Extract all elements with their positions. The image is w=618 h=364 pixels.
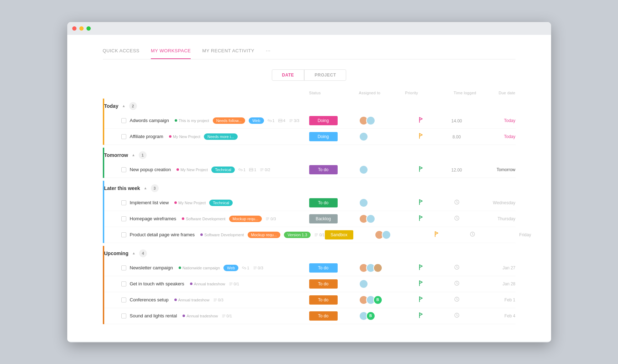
task-due-date: Today (476, 134, 516, 139)
task-project: Software Development (182, 217, 225, 221)
task-checkbox[interactable] (121, 232, 126, 237)
tag: Mockup requ... (229, 216, 262, 222)
task-row: New popup creation My New Project Techni… (104, 162, 516, 178)
tab-more[interactable]: ··· (266, 48, 270, 59)
status-badge: Doing (309, 116, 338, 125)
task-avatars (359, 279, 405, 289)
task-time: 14.00 (437, 117, 476, 124)
toggle-project[interactable]: PROJECT (304, 69, 346, 81)
project-name: My New Project (180, 168, 208, 172)
meta-item: 3/3 (289, 118, 299, 123)
tab-my-recent-activity[interactable]: MY RECENT ACTIVITY (202, 48, 254, 59)
task-name: New popup creation (130, 167, 171, 172)
project-name: My New Project (173, 134, 200, 139)
project-dot (174, 299, 177, 301)
task-left: Homepage wireframes Software Development… (121, 216, 309, 222)
task-status: To do (309, 295, 359, 305)
tag: Mockup requ... (248, 232, 281, 238)
task-checkbox[interactable] (121, 118, 126, 123)
task-time (437, 313, 476, 319)
task-project: This is my project (175, 118, 209, 123)
task-project: Annual tradeshow (190, 282, 225, 286)
view-toggle: DATE PROJECT (103, 69, 516, 81)
tag: Needs follow... (213, 117, 245, 124)
task-left: Affiliate program My New Project Needs m… (121, 133, 309, 140)
task-due-date: Wednesday (476, 200, 516, 205)
task-checkbox[interactable] (121, 281, 126, 286)
project-dot (169, 135, 171, 138)
task-status: To do (309, 311, 359, 321)
section-header-upcoming[interactable]: Upcoming ▲ 4 (99, 246, 516, 260)
meta-item: 0/1 (314, 233, 324, 237)
meta-item: 0/3 (253, 266, 263, 270)
section-count-tomorrow: 1 (139, 151, 147, 159)
tab-quick-access[interactable]: QUICK ACCESS (103, 48, 140, 59)
tab-bar: QUICK ACCESS MY WORKSPACE MY RECENT ACTI… (103, 35, 516, 59)
task-time (453, 232, 492, 238)
section-header-today[interactable]: Today ▲ 2 (99, 99, 516, 113)
app-window: QUICK ACCESS MY WORKSPACE MY RECENT ACTI… (67, 22, 551, 342)
task-status: Backlog (309, 214, 359, 223)
task-name: Implement list view (130, 200, 169, 205)
sections-container: Today ▲ 2 Adwords campaign This is my pr… (103, 99, 516, 324)
th-due: Due date (476, 91, 516, 95)
section-header-later-this-week[interactable]: Later this week ▲ 3 (99, 181, 516, 195)
task-checkbox[interactable] (121, 313, 126, 318)
status-badge: To do (309, 279, 338, 289)
tab-my-workspace[interactable]: MY WORKSPACE (151, 48, 191, 59)
task-status: To do (309, 263, 359, 273)
task-left: New popup creation My New Project Techni… (121, 167, 309, 173)
task-name: Affiliate program (130, 134, 163, 139)
task-left: Get in touch with speakers Annual trades… (121, 281, 309, 286)
task-checkbox[interactable] (121, 200, 126, 205)
status-badge: Backlog (309, 214, 338, 223)
task-time (437, 200, 476, 206)
dot-red[interactable] (72, 26, 76, 31)
dot-yellow[interactable] (79, 26, 84, 31)
task-avatars (359, 263, 405, 273)
project-name: Software Development (204, 233, 244, 237)
task-checkbox[interactable] (121, 134, 126, 139)
project-dot (179, 267, 181, 269)
dot-green[interactable] (86, 26, 91, 31)
task-status: Doing (309, 132, 359, 141)
status-badge: Doing (309, 132, 338, 141)
th-status: Status (309, 91, 359, 95)
task-row: Newsletter campaign Nationwide campaign … (104, 260, 516, 276)
priority-flag (405, 199, 437, 206)
toggle-date[interactable]: DATE (272, 69, 305, 81)
project-name: My New Project (178, 201, 206, 205)
task-time: 12.00 (437, 167, 476, 173)
section-count-upcoming: 4 (139, 249, 147, 257)
task-due-date: Today (476, 118, 516, 123)
task-row: Sound and lights rental Annual tradeshow… (104, 308, 516, 324)
task-due-date: Feb 1 (476, 297, 516, 302)
section-later-this-week: Later this week ▲ 3 Implement list view … (103, 181, 516, 243)
task-checkbox[interactable] (121, 265, 126, 270)
section-count-later-this-week: 3 (151, 184, 159, 192)
task-time: 8.00 (437, 133, 476, 140)
task-avatars (359, 116, 405, 125)
task-time (437, 265, 476, 271)
section-title-today: Today (104, 103, 118, 109)
section-title-upcoming: Upcoming (104, 250, 128, 256)
task-due-date: Jan 28 (476, 281, 516, 286)
priority-flag (421, 231, 453, 238)
project-dot (174, 201, 177, 204)
section-header-tomorrow[interactable]: Tomorrow ▲ 1 (99, 148, 516, 162)
task-name: Conferences setup (130, 297, 169, 302)
th-task (120, 91, 309, 95)
meta-item: 0/3 (265, 217, 276, 221)
priority-flag (405, 312, 437, 319)
status-badge: Sandbox (325, 230, 353, 239)
section-upcoming: Upcoming ▲ 4 Newsletter campaign Nationw… (103, 246, 516, 324)
project-name: Software Development (186, 217, 225, 221)
task-due-date: Jan 27 (476, 265, 516, 270)
task-checkbox[interactable] (121, 297, 126, 302)
th-assigned: Assigned to (359, 91, 405, 95)
task-left: Conferences setup Annual tradeshow 0/3 (121, 297, 309, 302)
priority-flag (405, 117, 437, 124)
task-checkbox[interactable] (121, 216, 126, 221)
task-checkbox[interactable] (121, 167, 126, 172)
task-left: Implement list view My New Project Techn… (121, 200, 309, 206)
